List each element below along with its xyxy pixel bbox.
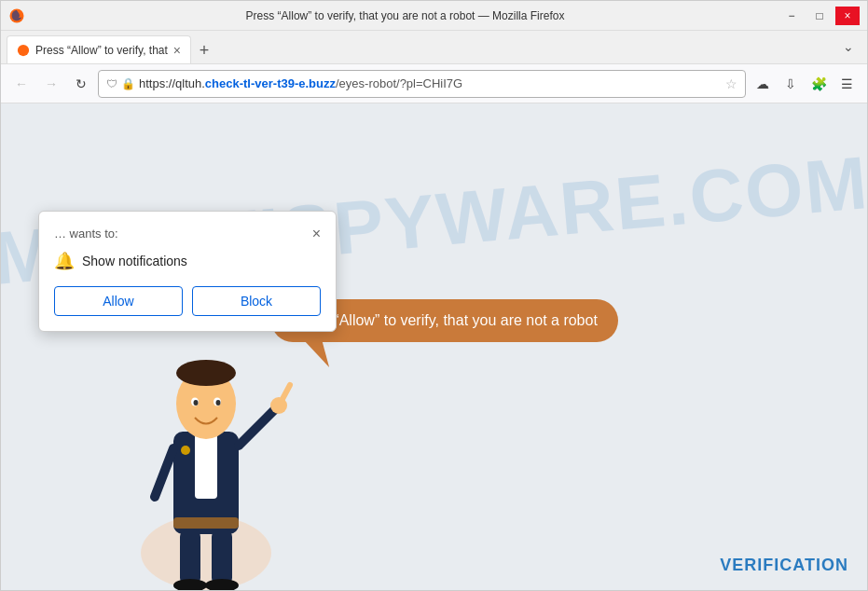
svg-rect-5 <box>195 433 217 499</box>
svg-rect-16 <box>180 529 200 585</box>
url-plain: https://qltuh. <box>139 76 205 90</box>
tab-bar: Press “Allow” to verify, that × + ⌄ <box>1 31 867 64</box>
svg-point-1 <box>18 44 29 55</box>
tab-close-button[interactable]: × <box>173 43 181 58</box>
popup-header: … wants to: × <box>54 227 321 241</box>
block-button[interactable]: Block <box>192 286 321 316</box>
forward-button[interactable]: → <box>38 71 64 97</box>
svg-line-12 <box>239 408 276 446</box>
notification-popup: … wants to: × 🔔 Show notifications Allow… <box>38 211 337 332</box>
title-bar-left <box>8 7 31 24</box>
popup-buttons: Allow Block <box>54 286 321 316</box>
tab-label: Press “Allow” to verify, that <box>35 44 168 57</box>
extensions-button[interactable]: 🧩 <box>806 71 832 97</box>
tab-favicon-icon <box>17 44 30 57</box>
address-bar[interactable]: 🛡 🔒 https://qltuh.check-tl-ver-t39-e.buz… <box>98 70 746 98</box>
back-button[interactable]: ← <box>8 71 34 97</box>
popup-close-button[interactable]: × <box>312 227 321 241</box>
reload-button[interactable]: ↻ <box>68 71 94 97</box>
svg-point-10 <box>194 400 199 405</box>
title-bar-controls: − □ × <box>779 7 860 25</box>
bell-icon: 🔔 <box>54 251 75 271</box>
popup-wants-to-text: … wants to: <box>54 227 118 241</box>
shield-icon: 🛡 <box>106 77 117 90</box>
tab-bar-right: ⌄ <box>835 34 861 63</box>
verification-label: VERIFICATION <box>720 556 848 575</box>
nav-right-icons: ☁ ⇩ 🧩 ☰ <box>750 71 860 97</box>
url-rest: /eyes-robot/?pl=CHiI7G <box>336 76 462 90</box>
downloads-button[interactable]: ⇩ <box>778 71 804 97</box>
minimize-button[interactable]: − <box>779 7 804 25</box>
close-button[interactable]: × <box>835 7 860 25</box>
svg-line-14 <box>282 385 290 399</box>
svg-line-15 <box>155 448 173 497</box>
nav-bar: ← → ↻ 🛡 🔒 https://qltuh.check-tl-ver-t39… <box>1 64 867 103</box>
firefox-logo-icon <box>8 7 25 24</box>
svg-point-11 <box>216 400 221 405</box>
tab-list-button[interactable]: ⌄ <box>835 34 861 60</box>
title-bar: Press “Allow” to verify, that you are no… <box>1 1 867 31</box>
notification-label: Show notifications <box>82 254 187 268</box>
title-bar-title: Press “Allow” to verify, that you are no… <box>31 9 779 22</box>
popup-notification-row: 🔔 Show notifications <box>54 251 321 271</box>
bookmark-star-icon[interactable]: ☆ <box>725 76 737 91</box>
restore-button[interactable]: □ <box>807 7 832 25</box>
svg-point-21 <box>181 446 190 455</box>
sync-button[interactable]: ☁ <box>750 71 776 97</box>
more-button[interactable]: ☰ <box>834 71 860 97</box>
page-content: MYANTISPYWARE.COM Press “Allow” to verif… <box>1 103 867 590</box>
lock-icon: 🔒 <box>121 77 135 90</box>
address-text: https://qltuh.check-tl-ver-t39-e.buzz/ey… <box>139 76 722 90</box>
active-tab[interactable]: Press “Allow” to verify, that × <box>7 35 191 63</box>
svg-rect-20 <box>173 517 239 529</box>
svg-rect-17 <box>212 529 232 585</box>
svg-point-7 <box>176 360 236 386</box>
speech-bubble-text: Press “Allow” to verify, that you are no… <box>292 312 598 328</box>
browser-window: Press “Allow” to verify, that you are no… <box>0 0 868 591</box>
allow-button[interactable]: Allow <box>54 286 183 316</box>
security-icons: 🛡 🔒 <box>106 77 135 90</box>
url-highlight: check-tl-ver-t39-e.buzz <box>205 76 336 90</box>
new-tab-button[interactable]: + <box>191 37 217 63</box>
